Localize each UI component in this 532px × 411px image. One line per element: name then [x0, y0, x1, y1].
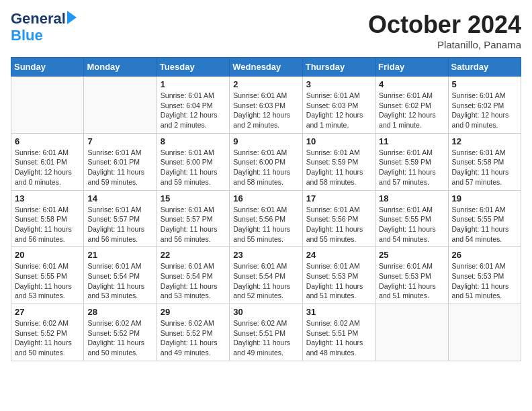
calendar-cell: 11Sunrise: 6:01 AM Sunset: 5:59 PM Dayli… [375, 133, 448, 190]
calendar-cell: 15Sunrise: 6:01 AM Sunset: 5:57 PM Dayli… [157, 190, 229, 247]
calendar-cell: 12Sunrise: 6:01 AM Sunset: 5:58 PM Dayli… [448, 133, 521, 190]
col-header-tuesday: Tuesday [157, 58, 229, 77]
day-number: 19 [452, 193, 517, 203]
calendar-cell: 7Sunrise: 6:01 AM Sunset: 6:01 PM Daylig… [84, 133, 157, 190]
day-info: Sunrise: 6:01 AM Sunset: 6:02 PM Dayligh… [452, 91, 517, 130]
calendar-cell: 3Sunrise: 6:01 AM Sunset: 6:03 PM Daylig… [302, 77, 375, 134]
day-info: Sunrise: 6:01 AM Sunset: 5:57 PM Dayligh… [161, 205, 226, 244]
calendar-cell: 23Sunrise: 6:01 AM Sunset: 5:54 PM Dayli… [230, 247, 302, 304]
calendar-cell [11, 77, 84, 134]
day-number: 9 [233, 136, 298, 146]
calendar-cell: 31Sunrise: 6:02 AM Sunset: 5:51 PM Dayli… [302, 304, 375, 361]
day-info: Sunrise: 6:01 AM Sunset: 5:54 PM Dayligh… [161, 261, 226, 301]
day-info: Sunrise: 6:01 AM Sunset: 5:57 PM Dayligh… [87, 205, 152, 244]
day-number: 16 [233, 193, 298, 203]
day-info: Sunrise: 6:02 AM Sunset: 5:51 PM Dayligh… [233, 318, 298, 358]
day-number: 21 [87, 250, 152, 260]
logo: General Blue [11, 11, 77, 44]
day-number: 14 [87, 193, 152, 203]
day-info: Sunrise: 6:01 AM Sunset: 5:58 PM Dayligh… [452, 148, 517, 187]
calendar-cell: 10Sunrise: 6:01 AM Sunset: 5:59 PM Dayli… [302, 133, 375, 190]
day-number: 25 [379, 250, 444, 260]
col-header-friday: Friday [375, 58, 448, 77]
calendar-cell: 6Sunrise: 6:01 AM Sunset: 6:01 PM Daylig… [11, 133, 84, 190]
day-info: Sunrise: 6:01 AM Sunset: 6:03 PM Dayligh… [233, 91, 298, 130]
calendar-header-row: SundayMondayTuesdayWednesdayThursdayFrid… [11, 58, 521, 77]
calendar-cell: 9Sunrise: 6:01 AM Sunset: 6:00 PM Daylig… [230, 133, 302, 190]
day-number: 10 [306, 136, 371, 146]
day-number: 1 [161, 79, 226, 89]
calendar-cell: 14Sunrise: 6:01 AM Sunset: 5:57 PM Dayli… [84, 190, 157, 247]
calendar-cell [448, 304, 521, 361]
calendar-cell: 22Sunrise: 6:01 AM Sunset: 5:54 PM Dayli… [157, 247, 229, 304]
calendar-week-1: 1Sunrise: 6:01 AM Sunset: 6:04 PM Daylig… [11, 77, 521, 134]
month-title: October 2024 [368, 11, 521, 39]
day-number: 11 [379, 136, 444, 146]
calendar-cell: 4Sunrise: 6:01 AM Sunset: 6:02 PM Daylig… [375, 77, 448, 134]
day-number: 3 [306, 79, 371, 89]
day-info: Sunrise: 6:01 AM Sunset: 5:53 PM Dayligh… [379, 261, 444, 301]
col-header-thursday: Thursday [302, 58, 375, 77]
calendar-cell: 25Sunrise: 6:01 AM Sunset: 5:53 PM Dayli… [375, 247, 448, 304]
day-number: 24 [306, 250, 371, 260]
page-header: General Blue October 2024 Platanillo, Pa… [11, 11, 521, 50]
calendar-cell: 30Sunrise: 6:02 AM Sunset: 5:51 PM Dayli… [230, 304, 302, 361]
calendar-cell: 5Sunrise: 6:01 AM Sunset: 6:02 PM Daylig… [448, 77, 521, 134]
day-info: Sunrise: 6:01 AM Sunset: 6:00 PM Dayligh… [161, 148, 226, 187]
title-block: October 2024 Platanillo, Panama [368, 11, 521, 50]
day-number: 6 [15, 136, 80, 146]
day-info: Sunrise: 6:01 AM Sunset: 5:54 PM Dayligh… [87, 261, 152, 301]
calendar-cell: 8Sunrise: 6:01 AM Sunset: 6:00 PM Daylig… [157, 133, 229, 190]
calendar-cell: 19Sunrise: 6:01 AM Sunset: 5:55 PM Dayli… [448, 190, 521, 247]
day-info: Sunrise: 6:02 AM Sunset: 5:52 PM Dayligh… [15, 318, 80, 358]
col-header-sunday: Sunday [11, 58, 84, 77]
col-header-saturday: Saturday [448, 58, 521, 77]
calendar-week-4: 20Sunrise: 6:01 AM Sunset: 5:55 PM Dayli… [11, 247, 521, 304]
calendar-cell: 18Sunrise: 6:01 AM Sunset: 5:55 PM Dayli… [375, 190, 448, 247]
logo-arrow-icon [67, 11, 77, 24]
day-number: 30 [233, 307, 298, 317]
calendar-week-3: 13Sunrise: 6:01 AM Sunset: 5:58 PM Dayli… [11, 190, 521, 247]
day-info: Sunrise: 6:01 AM Sunset: 5:56 PM Dayligh… [233, 205, 298, 244]
calendar-cell: 29Sunrise: 6:02 AM Sunset: 5:52 PM Dayli… [157, 304, 229, 361]
day-number: 17 [306, 193, 371, 203]
day-info: Sunrise: 6:01 AM Sunset: 6:03 PM Dayligh… [306, 91, 371, 130]
day-number: 26 [452, 250, 517, 260]
calendar-week-5: 27Sunrise: 6:02 AM Sunset: 5:52 PM Dayli… [11, 304, 521, 361]
day-info: Sunrise: 6:01 AM Sunset: 6:01 PM Dayligh… [15, 148, 80, 187]
day-number: 29 [161, 307, 226, 317]
day-info: Sunrise: 6:01 AM Sunset: 5:56 PM Dayligh… [306, 205, 371, 244]
day-number: 13 [15, 193, 80, 203]
calendar-table: SundayMondayTuesdayWednesdayThursdayFrid… [11, 57, 521, 361]
day-number: 12 [452, 136, 517, 146]
day-info: Sunrise: 6:01 AM Sunset: 6:04 PM Dayligh… [161, 91, 226, 130]
calendar-cell: 26Sunrise: 6:01 AM Sunset: 5:53 PM Dayli… [448, 247, 521, 304]
day-number: 18 [379, 193, 444, 203]
day-number: 2 [233, 79, 298, 89]
day-number: 27 [15, 307, 80, 317]
day-info: Sunrise: 6:02 AM Sunset: 5:51 PM Dayligh… [306, 318, 371, 358]
day-info: Sunrise: 6:01 AM Sunset: 5:54 PM Dayligh… [233, 261, 298, 301]
day-number: 28 [87, 307, 152, 317]
day-info: Sunrise: 6:01 AM Sunset: 5:59 PM Dayligh… [306, 148, 371, 187]
calendar-cell: 17Sunrise: 6:01 AM Sunset: 5:56 PM Dayli… [302, 190, 375, 247]
day-number: 15 [161, 193, 226, 203]
logo-text: General [11, 11, 66, 27]
calendar-cell: 28Sunrise: 6:02 AM Sunset: 5:52 PM Dayli… [84, 304, 157, 361]
day-info: Sunrise: 6:01 AM Sunset: 5:58 PM Dayligh… [15, 205, 80, 244]
calendar-cell [84, 77, 157, 134]
calendar-cell: 24Sunrise: 6:01 AM Sunset: 5:53 PM Dayli… [302, 247, 375, 304]
day-info: Sunrise: 6:01 AM Sunset: 6:00 PM Dayligh… [233, 148, 298, 187]
day-number: 22 [161, 250, 226, 260]
day-info: Sunrise: 6:01 AM Sunset: 5:55 PM Dayligh… [379, 205, 444, 244]
day-info: Sunrise: 6:01 AM Sunset: 5:53 PM Dayligh… [452, 261, 517, 301]
location-subtitle: Platanillo, Panama [368, 39, 521, 50]
day-info: Sunrise: 6:02 AM Sunset: 5:52 PM Dayligh… [87, 318, 152, 358]
day-number: 31 [306, 307, 371, 317]
day-info: Sunrise: 6:01 AM Sunset: 5:55 PM Dayligh… [15, 261, 80, 301]
calendar-cell: 20Sunrise: 6:01 AM Sunset: 5:55 PM Dayli… [11, 247, 84, 304]
day-number: 7 [87, 136, 152, 146]
calendar-cell: 16Sunrise: 6:01 AM Sunset: 5:56 PM Dayli… [230, 190, 302, 247]
day-number: 8 [161, 136, 226, 146]
day-info: Sunrise: 6:01 AM Sunset: 6:01 PM Dayligh… [87, 148, 152, 187]
